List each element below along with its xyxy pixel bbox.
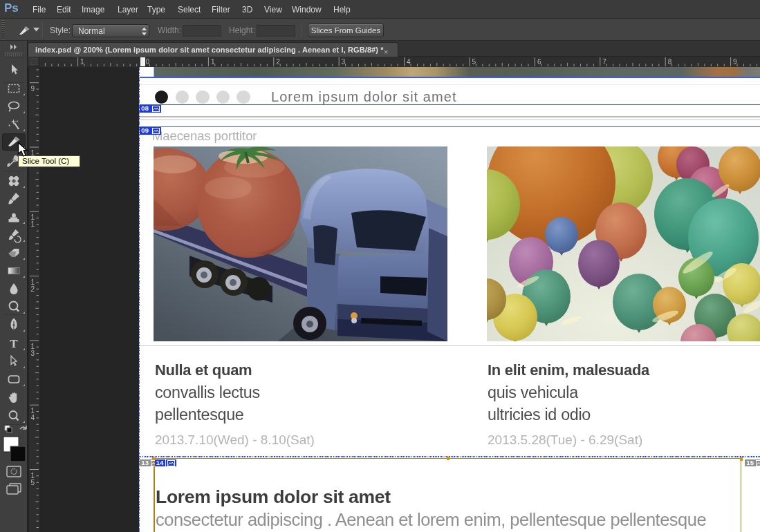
svg-text:3: 3 [342, 58, 346, 66]
svg-text:1: 1 [31, 220, 35, 228]
svg-text:9: 9 [733, 58, 737, 66]
svg-text:1: 1 [211, 58, 215, 66]
svg-text:6: 6 [537, 58, 541, 66]
svg-text:5: 5 [31, 479, 35, 486]
svg-text:5: 5 [472, 58, 476, 66]
svg-text:2: 2 [276, 58, 280, 66]
svg-text:1: 1 [80, 58, 84, 66]
svg-text:8: 8 [668, 58, 672, 66]
svg-text:0: 0 [146, 58, 150, 66]
svg-text:2: 2 [31, 285, 35, 293]
svg-text:T: T [10, 337, 18, 350]
svg-text:4: 4 [407, 58, 411, 66]
svg-text:9: 9 [31, 85, 35, 93]
svg-text:3: 3 [31, 350, 35, 357]
svg-text:7: 7 [602, 58, 606, 66]
svg-text:4: 4 [31, 414, 35, 421]
